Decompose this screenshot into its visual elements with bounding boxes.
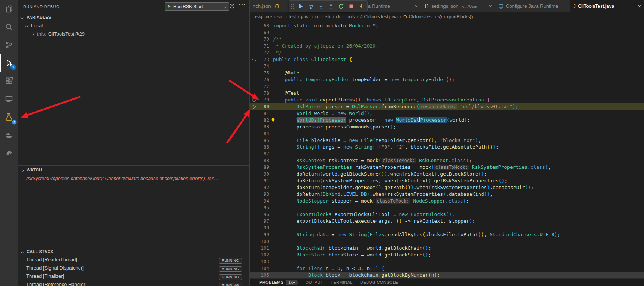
activity-source-control[interactable]	[0, 36, 18, 54]
continue-button[interactable]	[297, 3, 304, 10]
gutter-glyph[interactable]	[250, 171, 259, 177]
code-line-90[interactable]: 90 doReturn(world.getBlockStore()).when(…	[250, 171, 644, 177]
gutter-glyph[interactable]	[250, 130, 259, 137]
gutter-glyph[interactable]	[250, 218, 259, 225]
code-line-79[interactable]: 79 public void exportBlocks() throws IOE…	[250, 97, 644, 103]
more-actions-icon[interactable]: ···	[239, 1, 246, 8]
code-line-88[interactable]: 88 RskContext rskContext = mock(classToM…	[250, 157, 644, 164]
gutter-glyph[interactable]	[250, 56, 259, 63]
gutter-glyph[interactable]	[250, 63, 259, 70]
variable-this[interactable]: this: CliToolsTest@29	[18, 30, 249, 38]
code-line-83[interactable]: 83 processor.processCommands(parser);	[250, 124, 644, 130]
code-line-92[interactable]: 92 doReturn(tempFolder.getRoot().getPath…	[250, 184, 644, 191]
code-line-97[interactable]: 97 exportBlocksCliTool.execute(args, () …	[250, 218, 644, 225]
code-line-102[interactable]: 102 BlockStore blockStore = world.getBlo…	[250, 252, 644, 258]
gutter-glyph[interactable]	[250, 258, 259, 265]
gutter-glyph[interactable]	[250, 177, 259, 184]
activity-run-and-debug[interactable]: 1	[0, 54, 18, 72]
gutter-glyph[interactable]	[250, 137, 259, 144]
gutter-glyph[interactable]	[250, 22, 259, 29]
watch-expression-row[interactable]: rskSystemProperties.databaseKind(): Cann…	[18, 174, 249, 183]
variables-scope-local[interactable]: Local	[18, 21, 249, 30]
code-line-74[interactable]: 74	[250, 63, 644, 70]
gutter-glyph[interactable]	[250, 245, 259, 252]
code-line-100[interactable]: 100	[250, 238, 644, 245]
code-line-68[interactable]: 68import static org.mockito.Mockito.*;	[250, 22, 644, 29]
breadcrumb-item[interactable]: cli	[336, 14, 340, 19]
code-line-94[interactable]: 94 NodeStopper stopper = mock(classToMoc…	[250, 198, 644, 204]
variables-section-header[interactable]: VARIABLES	[18, 13, 249, 21]
gutter-glyph[interactable]	[250, 238, 259, 245]
gutter-glyph[interactable]	[250, 90, 259, 97]
activity-docker[interactable]	[0, 126, 18, 144]
panel-tab-output[interactable]: OUTPUT	[305, 280, 323, 285]
panel-tab-terminal[interactable]: TERMINAL	[331, 280, 353, 285]
code-line-98[interactable]: 98	[250, 225, 644, 231]
breadcrumb-item[interactable]: java	[301, 14, 309, 19]
stop-button[interactable]	[347, 3, 355, 10]
gutter-glyph[interactable]	[250, 231, 259, 238]
code-line-101[interactable]: 101 Blockchain blockchain = world.getBlo…	[250, 245, 644, 252]
step-into-button[interactable]	[317, 3, 325, 10]
call-stack-thread[interactable]: Thread [Reference Handler]RUNNING	[18, 280, 249, 286]
breadcrumb-item[interactable]: JCliToolsTest.java	[360, 14, 398, 19]
tab-clitoolstest-java[interactable]: JCliToolsTest.java×	[570, 0, 644, 12]
gutter-glyph[interactable]	[250, 83, 259, 90]
gutter-glyph[interactable]	[250, 97, 259, 103]
code-line-86[interactable]: 86 String[] args = new String[]{"0", "2"…	[250, 144, 644, 150]
gutter-glyph[interactable]	[250, 225, 259, 231]
call-stack-thread[interactable]: Thread [Finalizer]RUNNING	[18, 272, 249, 280]
breadcrumb-item[interactable]: rskj-core	[255, 14, 272, 19]
step-out-button[interactable]	[327, 3, 335, 10]
panel-tab-problems[interactable]: PROBLEMS1K+	[259, 280, 298, 285]
code-line-70[interactable]: 70/**	[250, 36, 644, 43]
code-line-99[interactable]: 99 String data = new String(Files.readAl…	[250, 231, 644, 238]
code-line-105[interactable]: 105 Block block = blockchain.getBlockByN…	[250, 272, 644, 279]
code-line-72[interactable]: 72 */	[250, 49, 644, 56]
launch-config-select[interactable]: Run RSK Start	[165, 2, 229, 11]
close-icon[interactable]: ×	[486, 3, 492, 9]
close-icon[interactable]: ×	[635, 3, 641, 9]
code-line-95[interactable]: 95	[250, 204, 644, 211]
breadcrumb-item[interactable]: rsk	[325, 14, 331, 19]
code-line-80[interactable]: 80 DslParser parser = DslParser.fromReso…	[250, 103, 644, 110]
tab-nch-json[interactable]: nch.json	[250, 0, 271, 12]
code-editor[interactable]: 68import static org.mockito.Mockito.*;69…	[250, 21, 644, 279]
gutter-glyph[interactable]	[250, 252, 259, 258]
code-line-104[interactable]: 104 for (long n = 0; n < 3; n++) {	[250, 265, 644, 272]
step-over-button[interactable]	[307, 3, 315, 10]
code-line-84[interactable]: 84	[250, 130, 644, 137]
activity-gradle[interactable]	[0, 144, 18, 162]
code-line-76[interactable]: 76 public TemporaryFolder tempFolder = n…	[250, 76, 644, 83]
code-line-93[interactable]: 93 doReturn(DbKind.LEVEL_DB).when(rskSys…	[250, 191, 644, 198]
code-line-96[interactable]: 96 ExportBlocks exportBlocksCliTool = ne…	[250, 211, 644, 218]
watch-section-header[interactable]: WATCH	[18, 165, 249, 174]
gutter-glyph[interactable]	[250, 184, 259, 191]
gutter-glyph[interactable]	[250, 211, 259, 218]
gutter-glyph[interactable]	[250, 103, 259, 110]
breadcrumb-item[interactable]: tools	[345, 14, 355, 19]
code-line-91[interactable]: 91 doReturn(rskSystemProperties).when(rs…	[250, 177, 644, 184]
gutter-glyph[interactable]	[250, 191, 259, 198]
activity-search[interactable]	[0, 18, 18, 36]
breadcrumb-item[interactable]: src	[277, 14, 283, 19]
breadcrumb-item[interactable]: co	[315, 14, 319, 19]
gutter-glyph[interactable]	[250, 49, 259, 56]
gutter-glyph[interactable]	[250, 29, 259, 36]
code-line-75[interactable]: 75 @Rule	[250, 70, 644, 76]
code-line-71[interactable]: 71 * Created by ajlopez on 26/04/2020.	[250, 43, 644, 49]
gutter-glyph[interactable]	[250, 164, 259, 171]
call-stack-section-header[interactable]: CALL STACK	[18, 247, 249, 256]
gutter-glyph[interactable]	[250, 70, 259, 76]
code-line-82[interactable]: 82 WorldDslProcessor processor = new Wor…	[250, 117, 644, 124]
code-line-73[interactable]: 73public class CliToolsTest {	[250, 56, 644, 63]
activity-testing[interactable]	[0, 108, 18, 126]
tab-settings-json[interactable]: {}settings.json~/.../User×	[421, 0, 495, 12]
activity-remote-explorer[interactable]	[0, 90, 18, 108]
code-line-87[interactable]: 87	[250, 150, 644, 157]
code-line-81[interactable]: 81 World world = new World();	[250, 110, 644, 117]
tab-configure-java-runtime[interactable]: Configure Java Runtime	[495, 0, 570, 12]
code-line-89[interactable]: 89 RskSystemProperties rskSystemProperti…	[250, 164, 644, 171]
breadcrumb-item[interactable]: test	[289, 14, 296, 19]
activity-extensions[interactable]	[0, 72, 18, 90]
